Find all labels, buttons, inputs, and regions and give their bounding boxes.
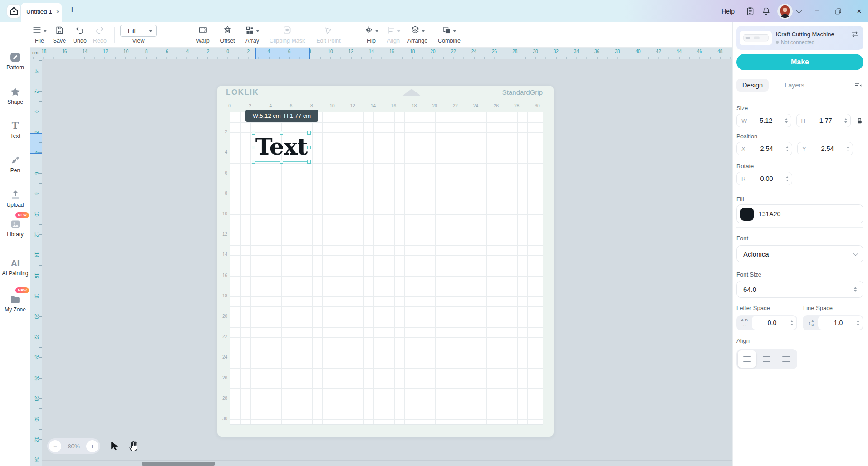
- file-icon: [32, 25, 42, 37]
- avatar[interactable]: [777, 4, 793, 19]
- line-space-stepper[interactable]: [857, 320, 859, 325]
- board-number: 4: [220, 150, 227, 155]
- ruler-number: 24: [34, 355, 39, 360]
- collapse-panel-icon[interactable]: [854, 81, 863, 92]
- machine-card[interactable]: iCraft Cutting Machine Not connected: [736, 26, 863, 50]
- sidebar-item-ai-painting[interactable]: AIAI Painting: [0, 257, 30, 277]
- font-value: Aclonica: [743, 250, 769, 258]
- x-prefix: X: [741, 146, 747, 152]
- line-space-value[interactable]: 1.0: [820, 319, 857, 326]
- make-button[interactable]: Make: [736, 54, 863, 70]
- close-tab-icon[interactable]: ×: [55, 8, 61, 15]
- toolbar-combine-button[interactable]: Combine: [438, 25, 461, 44]
- toolbar-view-button[interactable]: FillView: [120, 25, 157, 44]
- resize-handle-n[interactable]: [280, 131, 283, 135]
- tab-design[interactable]: Design: [736, 79, 769, 92]
- toolbar-undo-button[interactable]: Undo: [73, 25, 87, 44]
- font-select[interactable]: Aclonica: [736, 245, 863, 262]
- tab-layers[interactable]: Layers: [779, 79, 810, 92]
- toolbar-offset-button[interactable]: Offset: [220, 25, 235, 44]
- horizontal-scrollbar[interactable]: [142, 462, 215, 466]
- resize-handle-se[interactable]: [307, 160, 311, 164]
- toolbar-label: View: [120, 38, 157, 44]
- board-number: 10: [329, 103, 334, 108]
- resize-handle-w[interactable]: [252, 146, 255, 149]
- sidebar-item-upload[interactable]: Upload: [0, 189, 30, 209]
- letter-space-value[interactable]: 0.0: [754, 319, 790, 326]
- sidebar-item-library[interactable]: NEWLibrary: [0, 218, 30, 238]
- account-chevron-down-icon[interactable]: [796, 8, 802, 14]
- minimize-button[interactable]: −: [815, 7, 819, 15]
- document-tab[interactable]: Untitled 1 ×: [21, 3, 62, 22]
- chevron-down-icon: [853, 250, 858, 256]
- line-space-icon: ↕AB: [804, 320, 818, 326]
- machine-status: Not connected: [781, 39, 814, 45]
- height-field[interactable]: H 1.77: [796, 114, 851, 127]
- position-y-field[interactable]: Y 2.54: [797, 142, 853, 155]
- toolbar-save-button[interactable]: Save: [53, 25, 66, 44]
- view-mode-select[interactable]: Fill: [120, 25, 157, 37]
- letter-space-stepper[interactable]: [790, 320, 793, 325]
- font-size-value[interactable]: 64.0: [743, 286, 756, 293]
- array-icon: [245, 25, 255, 37]
- resize-handle-nw[interactable]: [252, 131, 255, 135]
- width-value[interactable]: 5.12: [750, 117, 782, 124]
- clipboard-icon[interactable]: [745, 6, 755, 16]
- letter-space-field[interactable]: 0.0: [752, 316, 796, 330]
- lock-ratio-icon[interactable]: [856, 117, 863, 125]
- width-field[interactable]: W 5.12: [736, 114, 791, 127]
- resize-handle-e[interactable]: [307, 146, 311, 149]
- toolbar-warp-button[interactable]: Warp: [196, 25, 209, 44]
- pointer-tool-icon[interactable]: [109, 440, 120, 453]
- align-center-button[interactable]: [757, 350, 776, 368]
- zoom-out-button[interactable]: −: [49, 440, 61, 452]
- switch-machine-icon[interactable]: [851, 30, 859, 40]
- notifications-bell-icon[interactable]: [761, 6, 771, 16]
- resize-handle-ne[interactable]: [307, 131, 311, 135]
- r-value[interactable]: 0.00: [750, 175, 783, 182]
- fill-color-swatch[interactable]: [740, 208, 754, 221]
- mat-collapse-handle[interactable]: [402, 89, 421, 96]
- sidebar-item-pattern[interactable]: Pattern: [0, 51, 30, 71]
- sidebar-item-text[interactable]: TText: [0, 120, 30, 140]
- home-button[interactable]: [6, 3, 22, 19]
- toolbar-file-button[interactable]: File: [32, 25, 47, 44]
- font-size-field[interactable]: 64.0: [736, 281, 863, 298]
- y-value[interactable]: 2.54: [811, 145, 844, 152]
- sidebar-item-my-zone[interactable]: NEWMy Zone: [0, 293, 30, 313]
- selected-text-object[interactable]: Text: [254, 133, 309, 162]
- help-link[interactable]: Help: [721, 8, 735, 15]
- r-stepper[interactable]: [786, 176, 789, 181]
- y-stepper[interactable]: [847, 146, 849, 151]
- zoom-in-button[interactable]: +: [86, 440, 98, 452]
- font-size-stepper[interactable]: [854, 287, 857, 292]
- sidebar-item-shape[interactable]: Shape: [0, 86, 30, 106]
- height-stepper[interactable]: [844, 118, 847, 123]
- line-space-field[interactable]: 1.0: [818, 316, 863, 330]
- toolbar-label: Edit Point: [316, 38, 341, 44]
- ruler-number: -10: [122, 49, 128, 54]
- toolbar-array-button[interactable]: Array: [245, 25, 260, 44]
- restore-window-icon[interactable]: [834, 7, 842, 15]
- x-stepper[interactable]: [786, 146, 789, 151]
- width-stepper[interactable]: [785, 118, 788, 123]
- hand-tool-icon[interactable]: [128, 439, 140, 454]
- x-value[interactable]: 2.54: [750, 145, 783, 152]
- fill-color-row[interactable]: 131A20: [736, 204, 863, 223]
- toolbar-flip-button[interactable]: Flip: [364, 25, 379, 44]
- align-right-button[interactable]: [777, 350, 795, 368]
- position-x-field[interactable]: X 2.54: [736, 142, 792, 155]
- text-object[interactable]: Text: [255, 133, 308, 160]
- toolbar-arrange-button[interactable]: Arrange: [407, 25, 427, 44]
- resize-handle-sw[interactable]: [252, 160, 255, 164]
- height-value[interactable]: 1.77: [810, 117, 842, 124]
- sidebar-item-pen[interactable]: Pen: [0, 154, 30, 174]
- new-tab-button[interactable]: +: [66, 4, 78, 16]
- canvas[interactable]: LOKLIK StandardGrip 02468101214161820222…: [42, 59, 732, 466]
- resize-handle-s[interactable]: [280, 160, 283, 164]
- rotate-field[interactable]: R 0.00: [736, 172, 792, 185]
- board-number: 10: [220, 211, 227, 216]
- align-left-button[interactable]: [738, 350, 756, 368]
- close-window-button[interactable]: ×: [857, 7, 862, 15]
- ruler-number: 32: [554, 49, 559, 54]
